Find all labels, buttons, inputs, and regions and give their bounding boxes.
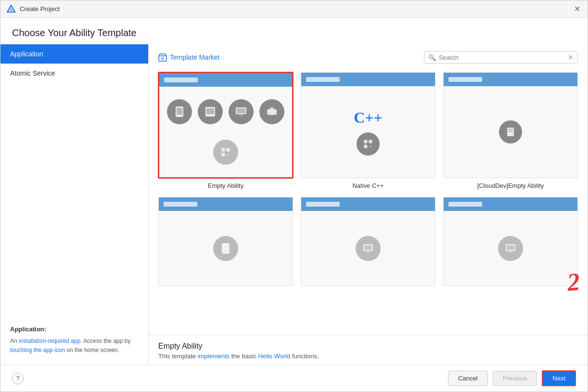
svg-rect-12 xyxy=(239,115,243,116)
sidebar-item-atomic-service[interactable]: Atomic Service xyxy=(0,64,148,83)
row2-2-icon xyxy=(356,236,381,261)
close-button[interactable]: ✕ xyxy=(572,4,582,14)
preview-header-bar-r2-3 xyxy=(448,202,482,207)
preview-header-r2-1 xyxy=(159,197,293,211)
template-preview-row2-3 xyxy=(443,197,578,286)
dialog-header: Choose Your Ability Template xyxy=(0,18,588,44)
svg-rect-13 xyxy=(267,109,277,115)
svg-point-29 xyxy=(225,251,227,253)
template-market-button[interactable]: Template Market xyxy=(158,53,219,62)
svg-rect-31 xyxy=(364,245,372,250)
dialog-title: Choose Your Ability Template xyxy=(12,27,576,39)
search-input[interactable] xyxy=(439,54,568,61)
template-card-empty-ability[interactable]: Empty Ability xyxy=(158,72,293,189)
cpp-device-icon xyxy=(357,132,380,156)
help-button[interactable]: ? xyxy=(12,373,24,384)
svg-rect-3 xyxy=(161,57,164,60)
svg-marker-14 xyxy=(269,107,275,109)
preview-header-bar-r2-1 xyxy=(164,202,197,207)
sidebar-desc-title: Application: xyxy=(10,326,139,333)
svg-point-20 xyxy=(228,154,229,156)
desktop-icon xyxy=(229,99,254,124)
templates-area: Empty Ability C++ xyxy=(149,68,588,335)
cpp-logo: C++ xyxy=(354,109,383,127)
svg-point-22 xyxy=(369,140,372,144)
title-bar-left: Create Project xyxy=(6,4,60,14)
main-window: Create Project ✕ Choose Your Ability Tem… xyxy=(0,0,588,392)
other-device-icon xyxy=(213,140,238,165)
svg-point-18 xyxy=(226,148,230,152)
preview-header xyxy=(159,73,292,87)
dialog-footer: ? Cancel Previous Next xyxy=(0,365,588,392)
template-preview-native-cpp: C++ xyxy=(301,72,435,178)
tablet-icon xyxy=(198,99,223,124)
svg-point-17 xyxy=(221,148,225,152)
sidebar-desc-text: An installation-required app. Access the… xyxy=(10,337,139,355)
template-card-clouddev[interactable]: [CloudDev]Empty Ability xyxy=(443,72,578,189)
svg-rect-34 xyxy=(507,245,514,250)
svg-point-24 xyxy=(370,145,371,147)
svg-rect-35 xyxy=(509,251,512,252)
row2-3-icon xyxy=(498,236,523,261)
store-icon xyxy=(158,53,167,62)
template-card-native-cpp[interactable]: C++ xyxy=(301,72,435,189)
row2-1-icon xyxy=(213,236,238,261)
row2-2-body xyxy=(301,211,435,286)
selection-name: Empty Ability xyxy=(158,342,578,351)
selection-desc: This template implements the basic Hello… xyxy=(158,353,578,360)
svg-rect-27 xyxy=(508,131,513,132)
window-title: Create Project xyxy=(20,5,60,13)
next-button[interactable]: Next xyxy=(542,370,576,386)
svg-point-9 xyxy=(210,115,211,117)
preview-header-bar-clouddev xyxy=(448,77,482,82)
content-toolbar: Template Market 🔍 ✕ xyxy=(149,44,588,68)
dialog-body: Application Atomic Service Application: … xyxy=(0,44,588,365)
clouddev-label: [CloudDev]Empty Ability xyxy=(477,182,544,189)
main-content: Template Market 🔍 ✕ xyxy=(149,44,588,365)
selection-info: Empty Ability This template implements t… xyxy=(149,335,588,365)
template-preview-row2-1 xyxy=(158,197,293,286)
search-box: 🔍 ✕ xyxy=(424,51,578,64)
clouddev-icon xyxy=(499,120,522,144)
native-cpp-label: Native C++ xyxy=(352,182,383,189)
template-card-row2-3[interactable] xyxy=(443,197,578,286)
clouddev-preview-body xyxy=(444,86,577,178)
row2-3-body xyxy=(444,211,577,286)
svg-point-15 xyxy=(268,114,270,116)
svg-point-21 xyxy=(364,140,368,144)
templates-grid: Empty Ability C++ xyxy=(149,68,588,335)
title-bar: Create Project ✕ xyxy=(0,0,588,18)
sidebar-description: Application: An installation-required ap… xyxy=(0,316,148,365)
template-card-row2-2[interactable] xyxy=(301,197,435,286)
empty-ability-label: Empty Ability xyxy=(208,182,243,189)
preview-header-bar xyxy=(164,78,198,82)
cancel-button[interactable]: Cancel xyxy=(448,371,487,386)
sidebar: Application Atomic Service Application: … xyxy=(0,44,149,365)
cpp-preview-body: C++ xyxy=(301,86,435,178)
phone-icon xyxy=(167,99,192,124)
preview-header-bar-cpp xyxy=(306,77,340,82)
preview-header-bar-r2-2 xyxy=(306,202,340,207)
svg-rect-11 xyxy=(237,108,245,113)
preview-header-r2-2 xyxy=(301,197,435,211)
preview-header-cpp xyxy=(301,73,435,86)
preview-body xyxy=(159,87,292,177)
previous-button[interactable]: Previous xyxy=(493,371,537,386)
svg-point-19 xyxy=(221,153,225,157)
svg-rect-32 xyxy=(366,251,370,252)
car-icon xyxy=(259,99,284,124)
svg-rect-5 xyxy=(177,108,182,115)
template-preview-row2-2 xyxy=(301,197,435,286)
preview-header-clouddev xyxy=(444,73,577,86)
svg-rect-26 xyxy=(508,129,513,130)
row2-1-body xyxy=(159,211,293,286)
app-logo-icon xyxy=(6,4,16,14)
template-card-row2-1[interactable] xyxy=(158,197,293,286)
svg-point-6 xyxy=(179,115,180,117)
sidebar-item-application[interactable]: Application xyxy=(0,44,148,64)
svg-point-23 xyxy=(364,144,368,148)
preview-header-r2-3 xyxy=(444,197,577,211)
svg-point-16 xyxy=(274,114,276,116)
search-icon: 🔍 xyxy=(428,54,436,61)
search-clear-icon[interactable]: ✕ xyxy=(568,53,574,61)
